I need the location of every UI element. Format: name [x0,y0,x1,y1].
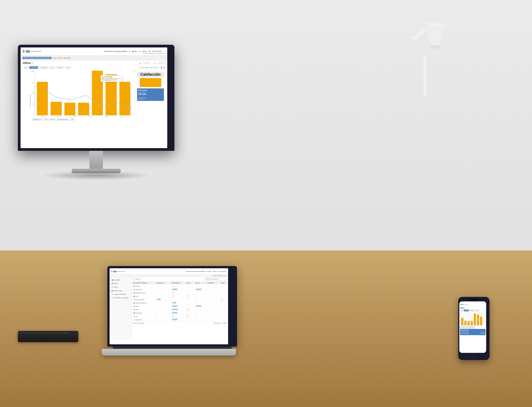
unit-name: 🏢 Office 1 [132,305,155,308]
unit-elec: 16.5 kWh [171,308,185,311]
temp-fr-button[interactable]: Temperatura F / R [32,118,43,121]
dropdown-arrow[interactable]: ▼ [32,62,34,64]
laptop-language[interactable]: Idioma [213,271,217,272]
filter-1dia[interactable]: 1 día [23,66,28,69]
avg-label: Consumo Medio [138,97,163,98]
show-units: Muestra 100 Unidades [133,322,145,324]
search-input[interactable] [208,278,225,280]
footer-controls: AutoRefrescar Apagado [214,322,227,324]
sidebar-item-istademo[interactable]: 🔧 IstaDemoTestMeters [110,292,132,296]
apagado-label: Apagado [222,322,227,324]
create-alarm-link[interactable]: Crear Alarma [143,62,151,64]
lamp [402,11,447,101]
filter-1ano[interactable]: 1 año [65,66,71,69]
phone-view-alarms-btn[interactable]: Ver Alarmas [468,326,475,328]
phone-time-filters: 1 día 1 semana 2 semanas 1 mes [460,309,486,312]
unit-calef: -- [155,295,170,297]
download-icon[interactable]: ⬇ [161,66,162,69]
retail-icon: 🛒 [111,286,113,288]
next-date-button[interactable]: › [158,66,159,69]
laptop-disclaimer[interactable]: Exoneración De Responsabilidad [186,271,206,272]
warehousing-label: Warehousing [114,290,122,291]
back-button[interactable]: Volver a página Consola de gestión y con… [22,57,52,59]
phone-filter-1semana[interactable]: 1 semana [464,309,469,312]
language-link[interactable]: Idioma [142,51,147,52]
ant-button[interactable]: ANT [44,118,48,121]
temp-externa-button[interactable]: Temperatura Externa [56,118,69,121]
unit-calef: -- [155,308,170,311]
keyboard [18,331,78,342]
phone-avg-row: Consumo Medio 1.18 kWh [461,333,485,334]
prev-date-button[interactable]: ‹ [139,66,139,69]
svg-point-4 [430,45,440,49]
calefaccion-title: Calefacción [140,72,161,76]
table-header-row: Nombre De La Unidad ▲ Calefacción ⚡ Elec… [132,282,228,284]
laptop-logo-text: ista [111,270,116,273]
electricity-card-title: Electricidad [138,89,163,91]
laptop-logout[interactable]: Cerrar Sesión [218,271,226,272]
unit-gas: -- [185,285,194,288]
unit-calef: 1 kWh [155,298,170,301]
unit-calef: -- [155,305,170,308]
key [41,333,43,334]
all-units-icon: 📋 [111,297,113,299]
unit-name: 🏭 Distribution Centre [132,291,155,294]
calefaccion-header: Calefacción [137,72,164,77]
breadcrumb: Grafico > Office > Electricidad [53,57,71,59]
sidebar-item-hospitality[interactable]: 🏨 Hospitality [110,278,132,282]
next-page-btn[interactable]: › [139,278,141,280]
laptop-bezel: ista MinuteView® Exoneración De Responsa… [107,266,237,347]
sidebar-item-all-units[interactable]: 📋 Ver Todas Las Unidades [110,296,132,300]
disclaimer-link[interactable]: Exoneración De Responsabilidad [104,51,127,52]
tooltip-date: jue. 18° nov. 2021 [102,76,121,78]
logout-link[interactable]: Cerrar Sesión [152,51,162,52]
col-frio: Frío ❄ [220,282,228,284]
unit-name: 🏪 Chemist [132,285,155,288]
view-alarms-link[interactable]: Ver Alarmas [158,62,165,64]
filter-2semanas[interactable]: 2 semanas [39,66,48,69]
filter-3meses[interactable]: 3 meses [56,66,64,69]
filter-1mes[interactable]: 1 mes [49,66,55,69]
phone-filter-2semanas[interactable]: 2 semanas [469,309,475,312]
laptop-settings[interactable]: Ajustes [207,271,211,272]
settings-link[interactable]: Ajustes [132,51,137,52]
monitor-nav-bar: Volver a página Consola de gestión y con… [21,55,167,60]
refresh-icon[interactable]: ↺ [163,66,165,69]
sidebar-item-retail[interactable]: 🛒 Retail [110,285,132,289]
phone-home-button[interactable] [472,354,476,358]
svg-rect-14 [480,317,482,325]
table-footer: Muestra 100 Unidades AutoRefrescar Apaga… [132,321,228,324]
monitor-stand-neck [89,151,103,169]
table-row: ☕ Coffee Shop -- 145 kWh -- 2.24 kWh -- … [132,288,228,291]
co2-button[interactable]: CO2 [70,118,75,121]
phone-filter-1mes[interactable]: 1 mes [476,309,479,312]
svg-point-5 [129,108,131,110]
phone-bezel: ista MinuteView® Office 1 día 1 semana 2… [458,297,490,360]
right-y-axis: 12 0 [133,71,136,116]
sidebar-item-warehousing[interactable]: 🏭 Warehousing [110,289,132,292]
unit-elec: 107 kWh [171,312,185,314]
unit-hum: -- [206,291,219,294]
phone-filter-1dia[interactable]: 1 día [460,309,463,312]
key [39,333,41,334]
phone-create-alarm-btn[interactable]: Crear Alarma [460,326,467,328]
bell-icon: 🔔 [139,62,141,64]
col-gas: Gas 🔥 [185,282,194,284]
search-box: 🔍 [204,278,227,280]
unit-calef: -- [155,301,170,304]
retorno-button[interactable]: Retorno [49,118,55,121]
prev-page-btn[interactable]: ‹ [133,278,136,280]
key [51,333,53,334]
key [35,333,37,334]
offices-label: Offices [114,283,118,284]
unit-agua: -- [194,318,206,321]
filter-1semana[interactable]: 1 semana [29,66,38,69]
spacebar-key [62,333,69,334]
sidebar-item-offices[interactable]: 🏢 Offices [110,282,132,285]
col-hum: Humedad 💨 [206,282,219,284]
key [49,333,51,334]
chart-tooltip: jue. 18° nov. 2021 Consumo eléctrico (kW… [101,75,123,82]
unit-frio: -- [220,315,228,318]
unit-gas: -- [185,288,194,291]
smartphone: ista MinuteView® Office 1 día 1 semana 2… [458,297,490,360]
